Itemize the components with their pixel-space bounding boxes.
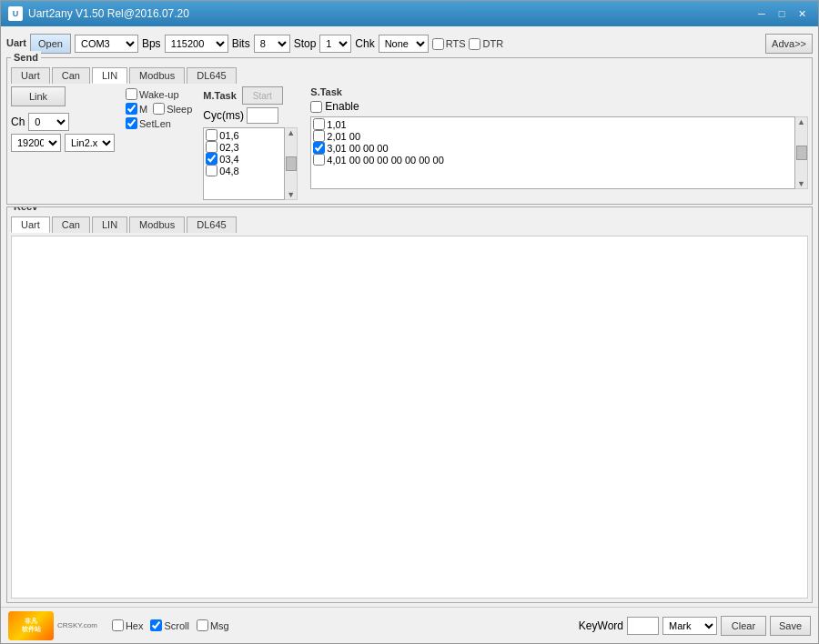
bits-select[interactable]: 8 xyxy=(254,35,290,53)
lin-middle-panel: Wake-up M Sleep SetLen xyxy=(118,86,192,129)
save-button[interactable]: Save xyxy=(770,616,811,636)
m-task-scrollbar[interactable]: ▲ ▼ xyxy=(285,127,298,200)
s-task-label: S.Task xyxy=(310,86,342,97)
s-scroll-thumb[interactable] xyxy=(796,146,807,160)
s-task-item-1-checkbox[interactable] xyxy=(313,118,325,130)
m-task-item-4-checkbox[interactable] xyxy=(206,165,217,176)
dtr-checkbox[interactable] xyxy=(469,38,480,50)
minimize-button[interactable]: ─ xyxy=(753,5,771,22)
hex-label: Hex xyxy=(126,620,144,631)
ch-label: Ch xyxy=(11,116,25,128)
s-scroll-down-arrow[interactable]: ▼ xyxy=(797,179,805,188)
m-task-column: M.Task Start Cyc(ms) 30 01,6 xyxy=(203,86,298,200)
port-select[interactable]: COM3 xyxy=(75,35,138,53)
m-task-label: M.Task xyxy=(203,90,236,101)
s-scroll-up-arrow[interactable]: ▲ xyxy=(797,117,805,126)
keyword-label: KeyWord xyxy=(579,619,623,632)
mark-select[interactable]: Mark xyxy=(662,617,717,635)
m-task-item-2-checkbox[interactable] xyxy=(206,141,217,153)
msg-checkbox-label[interactable]: Msg xyxy=(197,619,229,631)
close-button[interactable]: ✕ xyxy=(793,5,811,22)
sleep-checkbox[interactable] xyxy=(153,103,165,115)
uart-section: Uart Open COM3 Bps 115200 Bits 8 Stop 1 … xyxy=(6,30,813,55)
m-checkbox[interactable] xyxy=(126,103,137,115)
recv-section: Recv Uart Can LIN Modbus DL645 xyxy=(6,206,813,603)
scroll-thumb[interactable] xyxy=(286,156,297,171)
msg-checkbox[interactable] xyxy=(197,619,208,631)
logo-text: CRSKY.com xyxy=(57,621,97,629)
logo-image: 非凡软件站 xyxy=(8,611,54,640)
s-task-scrollbar[interactable]: ▲ ▼ xyxy=(795,116,808,189)
chk-select[interactable]: None xyxy=(379,35,429,53)
m-task-item-1-checkbox[interactable] xyxy=(206,129,217,141)
set-len-label[interactable]: SetLen xyxy=(126,117,192,129)
baud-row: 19200 Lin2.x xyxy=(11,134,115,152)
scroll-label: Scroll xyxy=(164,620,189,631)
hex-checkbox-label[interactable]: Hex xyxy=(112,619,144,631)
enable-checkbox[interactable] xyxy=(310,101,322,113)
list-item: 1,01 xyxy=(312,118,794,130)
tab-lin-send[interactable]: LIN xyxy=(92,67,127,84)
bps-label: Bps xyxy=(142,37,161,50)
recv-label: Recv xyxy=(14,206,37,212)
hex-checkbox[interactable] xyxy=(112,619,124,631)
dtr-checkbox-label[interactable]: DTR xyxy=(469,38,503,50)
bits-label: Bits xyxy=(232,37,250,50)
s-task-list: 1,01 2,01 00 3,01 00 00 00 xyxy=(310,116,795,189)
send-section: Send Uart Can LIN Modbus DL645 Link xyxy=(6,57,813,205)
maximize-button[interactable]: □ xyxy=(773,5,791,22)
dtr-label: DTR xyxy=(482,38,503,49)
tab-uart-recv[interactable]: Uart xyxy=(11,216,50,233)
enable-label: Enable xyxy=(325,100,359,113)
s-task-item-3-checkbox[interactable] xyxy=(313,142,325,154)
wake-up-label[interactable]: Wake-up xyxy=(126,88,192,100)
ch-row: Ch 0 xyxy=(11,113,69,131)
m-checkbox-label[interactable]: M Sleep xyxy=(126,103,192,115)
clear-button[interactable]: Clear xyxy=(721,616,766,636)
scroll-checkbox-label[interactable]: Scroll xyxy=(150,619,189,631)
main-window: U Uart2any V1.50 Rel@2016.07.20 ─ □ ✕ Ua… xyxy=(0,0,819,644)
ch-select[interactable]: 0 xyxy=(28,113,69,131)
window-title: Uart2any V1.50 Rel@2016.07.20 xyxy=(28,7,189,20)
stop-label: Stop xyxy=(294,37,317,50)
cyc-ms-input[interactable]: 30 xyxy=(247,107,278,124)
tab-dl645-send[interactable]: DL645 xyxy=(187,67,236,84)
set-len-checkbox[interactable] xyxy=(126,117,137,129)
wake-up-checkbox[interactable] xyxy=(126,88,137,100)
statusbar: 非凡软件站 CRSKY.com Hex Scroll Msg KeyWord 1… xyxy=(1,607,818,643)
tab-modbus-recv[interactable]: Modbus xyxy=(129,216,185,233)
rts-checkbox[interactable] xyxy=(432,38,444,50)
list-item: 02,3 xyxy=(205,141,283,153)
tab-dl645-recv[interactable]: DL645 xyxy=(187,216,236,233)
scroll-down-arrow[interactable]: ▼ xyxy=(287,190,295,199)
rts-checkbox-label[interactable]: RTS xyxy=(432,38,466,50)
tab-can-send[interactable]: Can xyxy=(52,67,90,84)
s-task-item-2-checkbox[interactable] xyxy=(313,130,325,142)
list-item: 03,4 xyxy=(205,153,283,165)
list-item: 4,01 00 00 00 00 00 00 00 xyxy=(312,154,794,166)
recv-tabs: Uart Can LIN Modbus DL645 xyxy=(11,216,808,233)
start-button[interactable]: Start xyxy=(242,86,283,105)
tab-can-recv[interactable]: Can xyxy=(52,216,90,233)
tab-uart-send[interactable]: Uart xyxy=(11,67,50,84)
scroll-checkbox[interactable] xyxy=(150,619,162,631)
keyword-row: KeyWord 16 Mark Clear Save xyxy=(579,616,811,636)
keyword-input[interactable]: 16 xyxy=(627,617,659,635)
adva-button[interactable]: Adva>> xyxy=(765,34,813,54)
uart-label: Uart xyxy=(6,37,26,48)
recv-body xyxy=(11,236,808,599)
link-button[interactable]: Link xyxy=(11,86,66,106)
list-item: 04,8 xyxy=(205,165,283,176)
tab-modbus-send[interactable]: Modbus xyxy=(129,67,185,84)
stop-select[interactable]: 1 xyxy=(319,35,351,53)
title-bar: U Uart2any V1.50 Rel@2016.07.20 ─ □ ✕ xyxy=(1,1,818,26)
tab-lin-recv[interactable]: LIN xyxy=(92,216,127,233)
s-task-item-4-checkbox[interactable] xyxy=(313,154,325,166)
scroll-up-arrow[interactable]: ▲ xyxy=(287,128,295,137)
msg-label: Msg xyxy=(210,620,229,631)
baud-select[interactable]: 19200 xyxy=(11,134,61,152)
lin-version-select[interactable]: Lin2.x xyxy=(65,134,115,152)
s-task-column: S.Task Enable 1,01 xyxy=(310,86,808,189)
bps-select[interactable]: 115200 xyxy=(165,35,228,53)
m-task-item-3-checkbox[interactable] xyxy=(206,153,217,165)
